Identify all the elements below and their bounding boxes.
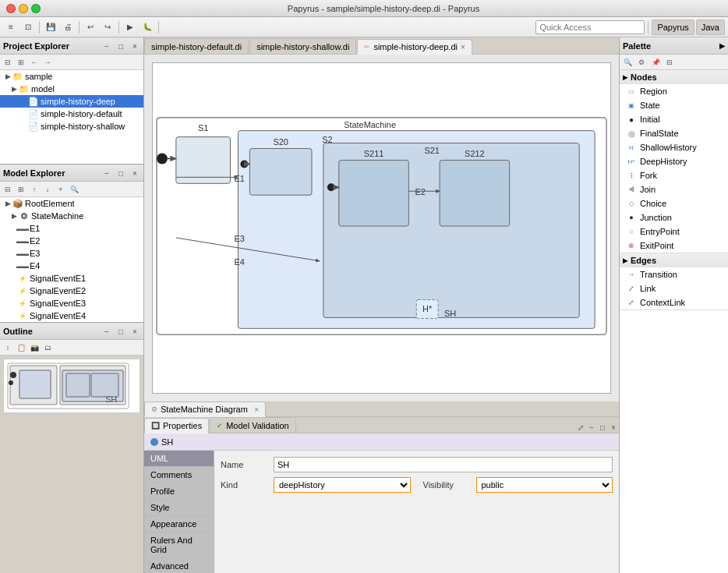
props-nav-appearance[interactable]: Appearance <box>144 516 214 532</box>
maximize-button[interactable] <box>31 4 41 13</box>
properties-tab[interactable]: 🔲 Properties <box>144 418 209 433</box>
me-btn-6[interactable]: 🔍 <box>68 183 80 196</box>
palette-nodes-header[interactable]: ▶ Nodes <box>620 70 728 84</box>
tree-item-model[interactable]: ▶ 📁 model <box>0 83 143 95</box>
pe-back-btn[interactable]: ← <box>28 56 41 69</box>
me-btn-1[interactable]: ⊟ <box>2 183 14 196</box>
outline-minimize-btn[interactable]: − <box>101 326 112 337</box>
props-name-input[interactable] <box>274 457 613 472</box>
props-close-btn[interactable]: × <box>608 422 619 433</box>
minimize-button[interactable] <box>19 4 28 13</box>
me-btn-3[interactable]: ↑ <box>28 183 41 196</box>
props-nav-rulers[interactable]: Rulers And Grid <box>144 532 214 558</box>
props-nav-advanced[interactable]: Advanced <box>144 558 214 573</box>
me-btn-4[interactable]: ↓ <box>41 183 54 196</box>
palette-item-exitpoint[interactable]: ⊗ ExitPoint <box>620 239 728 253</box>
pe-collapse-btn[interactable]: ⊟ <box>2 56 14 69</box>
me-close-btn[interactable]: × <box>129 168 140 179</box>
palette-item-fork[interactable]: ⫶ Fork <box>620 168 728 182</box>
tab-close-deep[interactable]: × <box>461 43 465 51</box>
papyrus-perspective-btn[interactable]: Papyrus <box>652 19 694 35</box>
toolbar-btn-redo[interactable]: ↪ <box>100 19 115 35</box>
project-explorer-close-btn[interactable]: × <box>129 41 140 51</box>
palette-item-deephistory[interactable]: H* DeepHistory <box>620 154 728 168</box>
palette-item-entrypoint[interactable]: ○ EntryPoint <box>620 225 728 239</box>
me-maximize-btn[interactable]: □ <box>115 168 126 179</box>
me-minimize-btn[interactable]: − <box>101 168 112 179</box>
tab-simple-history-deep[interactable]: ✏ simple-history-deep.di × <box>357 39 472 55</box>
palette-item-contextlink[interactable]: ⤢ ContextLink <box>620 295 728 309</box>
pe-forward-btn[interactable]: → <box>41 56 54 69</box>
model-validation-tab[interactable]: ✔ Model Validation <box>210 417 296 433</box>
me-tree-item-se4[interactable]: ⚡ SignalEventE4 <box>0 309 143 322</box>
tree-arrow-model[interactable]: ▶ <box>9 84 19 94</box>
close-button[interactable] <box>6 4 16 13</box>
palette-item-choice[interactable]: ◇ Choice <box>620 196 728 210</box>
palette-item-transition[interactable]: → Transition <box>620 267 728 281</box>
palette-edges-header[interactable]: ▶ Edges <box>620 253 728 267</box>
outline-btn-1[interactable]: ↕ <box>2 341 14 354</box>
props-nav-comments[interactable]: Comments <box>144 467 214 483</box>
me-tree-item-se1[interactable]: ⚡ SignalEventE1 <box>0 272 143 285</box>
props-visibility-select[interactable]: public <box>476 477 613 493</box>
palette-item-link[interactable]: ⤤ Link <box>620 281 728 295</box>
me-btn-2[interactable]: ⊞ <box>15 183 27 196</box>
palette-item-finalstate[interactable]: ◎ FinalState <box>620 126 728 140</box>
tree-arrow-sample[interactable]: ▶ <box>3 72 12 81</box>
props-kind-select[interactable]: deepHistory <box>274 477 411 493</box>
props-nav-profile[interactable]: Profile <box>144 483 214 500</box>
palette-item-initial[interactable]: ● Initial <box>620 112 728 126</box>
java-perspective-btn[interactable]: Java <box>696 19 725 35</box>
props-minimize-btn[interactable]: − <box>586 422 597 433</box>
palette-collapse-btn[interactable]: ▶ <box>719 42 725 50</box>
toolbar-btn-2[interactable]: ⊡ <box>20 19 36 35</box>
toolbar-btn-1[interactable]: ≡ <box>3 19 19 35</box>
palette-item-region[interactable]: ▭ Region <box>620 84 728 98</box>
me-arrow-sm[interactable]: ▶ <box>9 211 19 221</box>
toolbar-btn-debug[interactable]: 🐛 <box>140 19 155 35</box>
palette-item-junction[interactable]: ● Junction <box>620 210 728 225</box>
toolbar-btn-run[interactable]: ▶ <box>122 19 138 35</box>
me-tree-item-root[interactable]: ▶ 📦 RootElement <box>0 197 143 210</box>
palette-btn-4[interactable]: ⊟ <box>663 56 676 69</box>
toolbar-btn-save[interactable]: 💾 <box>43 19 58 35</box>
tab-simple-history-shallow[interactable]: simple-history-shallow.di <box>249 38 356 54</box>
toolbar-btn-print[interactable]: 🖨 <box>60 19 76 35</box>
me-tree-item-se3[interactable]: ⚡ SignalEventE3 <box>0 297 143 309</box>
props-nav-uml[interactable]: UML <box>144 451 214 467</box>
me-tree-item-e4[interactable]: ▬▬ E4 <box>0 260 143 272</box>
outline-btn-4[interactable]: 🗂 <box>41 341 54 354</box>
tree-item-sample[interactable]: ▶ 📁 sample <box>0 70 143 83</box>
tree-item-simple-history-shallow[interactable]: ▶ 📄 simple-history-shallow <box>0 120 143 133</box>
me-arrow-root[interactable]: ▶ <box>3 199 12 208</box>
palette-btn-2[interactable]: ⚙ <box>635 56 648 69</box>
me-btn-5[interactable]: + <box>55 183 67 196</box>
project-explorer-minimize-btn[interactable]: − <box>101 41 112 51</box>
quick-access-input[interactable] <box>535 20 645 34</box>
outline-btn-3[interactable]: 📸 <box>28 341 41 354</box>
me-tree-item-se2[interactable]: ⚡ SignalEventE2 <box>0 285 143 297</box>
pe-link-btn[interactable]: ⊞ <box>15 56 27 69</box>
props-external-btn[interactable]: ⤢ <box>575 422 586 433</box>
me-tree-item-e3[interactable]: ▬▬ E3 <box>0 247 143 260</box>
outline-btn-2[interactable]: 📋 <box>15 341 27 354</box>
project-explorer-maximize-btn[interactable]: □ <box>115 41 126 51</box>
me-tree-item-e1[interactable]: ▬▬ E1 <box>0 222 143 235</box>
tab-simple-history-default[interactable]: simple-history-default.di <box>144 38 249 54</box>
tree-item-simple-history-deep[interactable]: ▶ 📄 simple-history-deep <box>0 95 143 108</box>
palette-btn-1[interactable]: 🔍 <box>621 56 634 69</box>
me-tree-item-sm[interactable]: ▶ ⚙ StateMachine <box>0 210 143 222</box>
palette-btn-3[interactable]: 📌 <box>649 56 662 69</box>
palette-item-shallowhistory[interactable]: H ShallowHistory <box>620 140 728 154</box>
props-maximize-btn[interactable]: □ <box>597 422 608 433</box>
props-nav-style[interactable]: Style <box>144 500 214 516</box>
sm-diagram-tab-close[interactable]: × <box>254 405 259 414</box>
tree-item-simple-history-default[interactable]: ▶ 📄 simple-history-default <box>0 108 143 120</box>
me-tree-item-e2[interactable]: ▬▬ E2 <box>0 235 143 247</box>
outline-close-btn[interactable]: × <box>129 326 140 337</box>
sm-diagram-tab[interactable]: ⚙ StateMachine Diagram × <box>144 401 266 417</box>
palette-item-join[interactable]: ⫷ Join <box>620 182 728 196</box>
outline-maximize-btn[interactable]: □ <box>115 326 126 337</box>
toolbar-btn-undo[interactable]: ↩ <box>83 19 98 35</box>
palette-item-state[interactable]: ▣ State <box>620 98 728 112</box>
